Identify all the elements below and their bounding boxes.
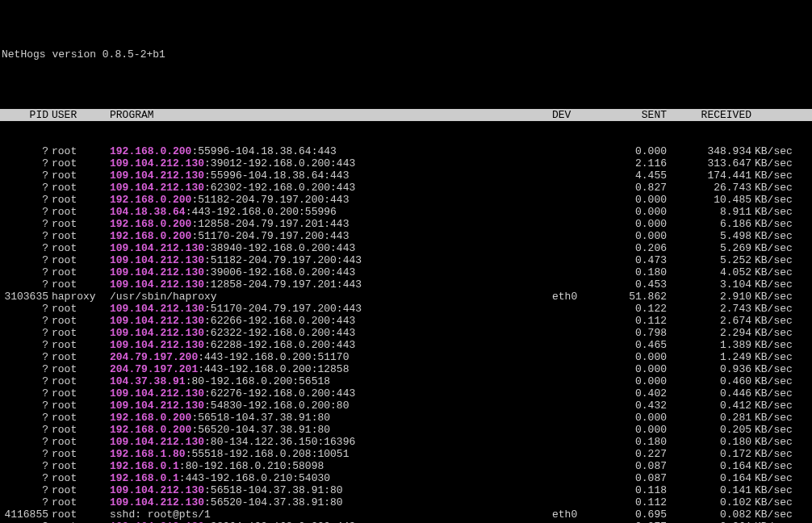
- user: root: [48, 254, 107, 266]
- process-row: ?root109.104.212.130:62288-192.168.0.200…: [0, 339, 812, 351]
- received: 3.104: [667, 278, 751, 291]
- received: 0.446: [667, 387, 751, 400]
- received: 174.441: [667, 169, 751, 182]
- sent: 0.000: [609, 412, 667, 424]
- received: 0.460: [667, 375, 751, 387]
- connection-tail: :55996-104.18.38.64:443: [191, 145, 336, 157]
- user: root: [48, 218, 107, 230]
- sent: 0.000: [609, 218, 667, 230]
- unit: KB/sec: [751, 472, 799, 484]
- process-row: ?root204.79.197.201:443-192.168.0.200:12…: [0, 363, 812, 375]
- program: 192.168.0.200:55996-104.18.38.64:443: [107, 145, 552, 157]
- process-row: ?root109.104.212.130:62322-192.168.0.200…: [0, 327, 812, 339]
- process-row: ?root109.104.212.130:51170-204.79.197.20…: [0, 303, 812, 315]
- sent: 51.862: [609, 291, 667, 303]
- pid: ?: [0, 363, 48, 375]
- pid: ?: [0, 315, 48, 327]
- pid: ?: [0, 351, 48, 363]
- ip-address: 109.104.212.130: [110, 496, 204, 508]
- user: root: [48, 266, 107, 278]
- device: [552, 145, 609, 157]
- unit: KB/sec: [751, 303, 799, 315]
- device: [552, 218, 609, 230]
- header-dev: DEV: [552, 109, 609, 121]
- process-row: ?root109.104.212.130:56518-104.37.38.91:…: [0, 484, 812, 496]
- program: 192.168.0.200:51170-204.79.197.200:443: [107, 230, 552, 242]
- connection-tail: :55518-192.168.0.208:10051: [186, 448, 349, 460]
- program: 109.104.212.130:55996-104.18.38.64:443: [107, 169, 552, 182]
- connection-tail: :51182-204.79.197.200:443: [191, 194, 349, 206]
- header-unit: [751, 109, 799, 121]
- pid: ?: [0, 327, 48, 339]
- received: 10.485: [667, 194, 751, 206]
- connection-tail: :62322-192.168.0.200:443: [204, 327, 355, 339]
- device: [552, 424, 609, 436]
- received: 1.249: [667, 351, 751, 363]
- program: 192.168.0.1:80-192.168.0.210:58098: [107, 460, 552, 472]
- received: 2.294: [667, 327, 751, 339]
- program: 109.104.212.130:56518-104.37.38.91:80: [107, 484, 552, 496]
- received: 0.141: [667, 484, 751, 496]
- pid: ?: [0, 436, 48, 448]
- program: 104.37.38.91:80-192.168.0.200:56518: [107, 375, 552, 387]
- connection-tail: :443-192.168.0.210:54030: [179, 472, 330, 484]
- unit: KB/sec: [751, 169, 799, 182]
- received: 2.910: [667, 291, 751, 303]
- process-row: ?root192.168.0.200:51182-204.79.197.200:…: [0, 194, 812, 206]
- header-user: USER: [48, 109, 107, 121]
- pid: ?: [0, 254, 48, 266]
- program: 109.104.212.130:62322-192.168.0.200:443: [107, 327, 552, 339]
- pid: ?: [0, 157, 48, 169]
- received: 4.052: [667, 266, 751, 278]
- received: 5.498: [667, 230, 751, 242]
- sent: 0.227: [609, 448, 667, 460]
- sent: 0.000: [609, 375, 667, 387]
- program: 109.104.212.130:12858-204.79.197.201:443: [107, 278, 552, 291]
- device: [552, 303, 609, 315]
- unit: KB/sec: [751, 145, 799, 157]
- sent: 0.453: [609, 278, 667, 291]
- process-row: ?root109.104.212.130:54830-192.168.0.200…: [0, 400, 812, 412]
- received: 5.269: [667, 242, 751, 254]
- ip-address: 192.168.0.200: [110, 145, 191, 157]
- user: haproxy: [48, 291, 107, 303]
- ip-address: 109.104.212.130: [110, 242, 204, 254]
- pid: 4116855: [0, 508, 48, 521]
- device: [552, 448, 609, 460]
- program: 192.168.0.200:51182-204.79.197.200:443: [107, 194, 552, 206]
- received: 0.164: [667, 472, 751, 484]
- sent: 0.465: [609, 339, 667, 351]
- received: 0.164: [667, 460, 751, 472]
- unit: KB/sec: [751, 448, 799, 460]
- connection-tail: :62302-192.168.0.200:443: [204, 182, 355, 194]
- program: 109.104.212.130:80-134.122.36.150:16396: [107, 436, 552, 448]
- received: 5.252: [667, 254, 751, 266]
- device: [552, 339, 609, 351]
- connection-tail: :443-192.168.0.200:55996: [186, 206, 337, 218]
- process-row: ?root109.104.212.130:38940-192.168.0.200…: [0, 242, 812, 254]
- program: 109.104.212.130:62276-192.168.0.200:443: [107, 387, 552, 400]
- user: root: [48, 327, 107, 339]
- process-row: ?root204.79.197.200:443-192.168.0.200:51…: [0, 351, 812, 363]
- user: root: [48, 182, 107, 194]
- ip-address: 109.104.212.130: [110, 254, 204, 266]
- connection-tail: :80-192.168.0.210:58098: [179, 460, 324, 472]
- unit: KB/sec: [751, 194, 799, 206]
- ip-address: 192.168.0.200: [110, 230, 191, 242]
- program: 109.104.212.130:56520-104.37.38.91:80: [107, 496, 552, 508]
- user: root: [48, 448, 107, 460]
- unit: KB/sec: [751, 242, 799, 254]
- user: root: [48, 206, 107, 218]
- connection-tail: :12858-204.79.197.201:443: [204, 278, 362, 291]
- device: [552, 194, 609, 206]
- device: [552, 496, 609, 508]
- header-program: PROGRAM: [107, 109, 552, 121]
- sent: 0.432: [609, 400, 667, 412]
- sent: 0.798: [609, 327, 667, 339]
- user: root: [48, 436, 107, 448]
- pid: ?: [0, 339, 48, 351]
- sent: 0.000: [609, 363, 667, 375]
- pid: ?: [0, 400, 48, 412]
- header-received: RECEIVED: [667, 109, 751, 121]
- program: 192.168.0.200:56520-104.37.38.91:80: [107, 424, 552, 436]
